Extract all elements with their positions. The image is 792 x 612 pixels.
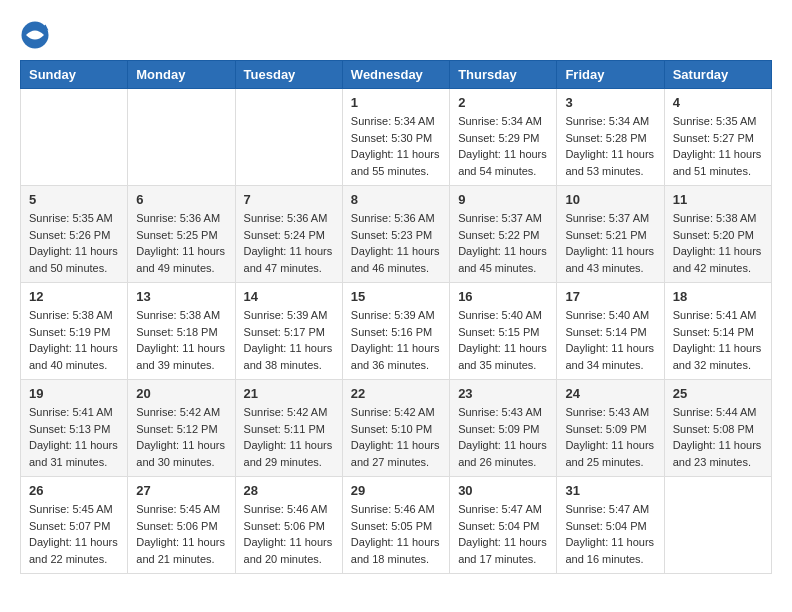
calendar-cell: 13Sunrise: 5:38 AM Sunset: 5:18 PM Dayli… [128, 283, 235, 380]
day-number: 29 [351, 483, 441, 498]
day-info: Sunrise: 5:41 AM Sunset: 5:14 PM Dayligh… [673, 307, 763, 373]
logo-icon [20, 20, 50, 50]
weekday-header-tuesday: Tuesday [235, 61, 342, 89]
calendar-cell: 29Sunrise: 5:46 AM Sunset: 5:05 PM Dayli… [342, 477, 449, 574]
calendar-week-4: 19Sunrise: 5:41 AM Sunset: 5:13 PM Dayli… [21, 380, 772, 477]
calendar-cell [128, 89, 235, 186]
calendar-cell [235, 89, 342, 186]
calendar-week-2: 5Sunrise: 5:35 AM Sunset: 5:26 PM Daylig… [21, 186, 772, 283]
weekday-header-sunday: Sunday [21, 61, 128, 89]
day-number: 5 [29, 192, 119, 207]
day-number: 1 [351, 95, 441, 110]
day-info: Sunrise: 5:47 AM Sunset: 5:04 PM Dayligh… [458, 501, 548, 567]
day-number: 18 [673, 289, 763, 304]
weekday-header-friday: Friday [557, 61, 664, 89]
day-info: Sunrise: 5:39 AM Sunset: 5:16 PM Dayligh… [351, 307, 441, 373]
day-info: Sunrise: 5:40 AM Sunset: 5:15 PM Dayligh… [458, 307, 548, 373]
calendar-week-5: 26Sunrise: 5:45 AM Sunset: 5:07 PM Dayli… [21, 477, 772, 574]
weekday-header-saturday: Saturday [664, 61, 771, 89]
calendar-cell: 21Sunrise: 5:42 AM Sunset: 5:11 PM Dayli… [235, 380, 342, 477]
calendar-table: SundayMondayTuesdayWednesdayThursdayFrid… [20, 60, 772, 574]
day-number: 21 [244, 386, 334, 401]
calendar-cell: 7Sunrise: 5:36 AM Sunset: 5:24 PM Daylig… [235, 186, 342, 283]
calendar-cell: 25Sunrise: 5:44 AM Sunset: 5:08 PM Dayli… [664, 380, 771, 477]
day-info: Sunrise: 5:40 AM Sunset: 5:14 PM Dayligh… [565, 307, 655, 373]
calendar-cell: 1Sunrise: 5:34 AM Sunset: 5:30 PM Daylig… [342, 89, 449, 186]
day-number: 13 [136, 289, 226, 304]
calendar-cell: 28Sunrise: 5:46 AM Sunset: 5:06 PM Dayli… [235, 477, 342, 574]
day-number: 24 [565, 386, 655, 401]
day-info: Sunrise: 5:43 AM Sunset: 5:09 PM Dayligh… [565, 404, 655, 470]
day-number: 30 [458, 483, 548, 498]
calendar-cell: 8Sunrise: 5:36 AM Sunset: 5:23 PM Daylig… [342, 186, 449, 283]
day-number: 8 [351, 192, 441, 207]
day-number: 20 [136, 386, 226, 401]
day-number: 23 [458, 386, 548, 401]
day-info: Sunrise: 5:39 AM Sunset: 5:17 PM Dayligh… [244, 307, 334, 373]
calendar-cell: 5Sunrise: 5:35 AM Sunset: 5:26 PM Daylig… [21, 186, 128, 283]
day-number: 27 [136, 483, 226, 498]
calendar-cell: 26Sunrise: 5:45 AM Sunset: 5:07 PM Dayli… [21, 477, 128, 574]
calendar-cell: 11Sunrise: 5:38 AM Sunset: 5:20 PM Dayli… [664, 186, 771, 283]
day-info: Sunrise: 5:45 AM Sunset: 5:06 PM Dayligh… [136, 501, 226, 567]
calendar-cell: 24Sunrise: 5:43 AM Sunset: 5:09 PM Dayli… [557, 380, 664, 477]
day-info: Sunrise: 5:42 AM Sunset: 5:12 PM Dayligh… [136, 404, 226, 470]
day-number: 25 [673, 386, 763, 401]
day-info: Sunrise: 5:36 AM Sunset: 5:25 PM Dayligh… [136, 210, 226, 276]
calendar-cell: 4Sunrise: 5:35 AM Sunset: 5:27 PM Daylig… [664, 89, 771, 186]
day-number: 22 [351, 386, 441, 401]
day-number: 7 [244, 192, 334, 207]
logo [20, 20, 56, 50]
day-number: 26 [29, 483, 119, 498]
weekday-header-row: SundayMondayTuesdayWednesdayThursdayFrid… [21, 61, 772, 89]
calendar-cell: 31Sunrise: 5:47 AM Sunset: 5:04 PM Dayli… [557, 477, 664, 574]
day-number: 4 [673, 95, 763, 110]
day-info: Sunrise: 5:36 AM Sunset: 5:23 PM Dayligh… [351, 210, 441, 276]
calendar-cell: 6Sunrise: 5:36 AM Sunset: 5:25 PM Daylig… [128, 186, 235, 283]
day-info: Sunrise: 5:38 AM Sunset: 5:20 PM Dayligh… [673, 210, 763, 276]
day-info: Sunrise: 5:45 AM Sunset: 5:07 PM Dayligh… [29, 501, 119, 567]
calendar-cell: 27Sunrise: 5:45 AM Sunset: 5:06 PM Dayli… [128, 477, 235, 574]
calendar-cell [664, 477, 771, 574]
day-info: Sunrise: 5:42 AM Sunset: 5:11 PM Dayligh… [244, 404, 334, 470]
calendar-cell: 23Sunrise: 5:43 AM Sunset: 5:09 PM Dayli… [450, 380, 557, 477]
day-info: Sunrise: 5:37 AM Sunset: 5:21 PM Dayligh… [565, 210, 655, 276]
calendar-week-3: 12Sunrise: 5:38 AM Sunset: 5:19 PM Dayli… [21, 283, 772, 380]
day-number: 28 [244, 483, 334, 498]
page-header [20, 20, 772, 50]
day-info: Sunrise: 5:47 AM Sunset: 5:04 PM Dayligh… [565, 501, 655, 567]
calendar-cell: 9Sunrise: 5:37 AM Sunset: 5:22 PM Daylig… [450, 186, 557, 283]
day-number: 9 [458, 192, 548, 207]
day-info: Sunrise: 5:44 AM Sunset: 5:08 PM Dayligh… [673, 404, 763, 470]
calendar-cell: 10Sunrise: 5:37 AM Sunset: 5:21 PM Dayli… [557, 186, 664, 283]
day-info: Sunrise: 5:35 AM Sunset: 5:26 PM Dayligh… [29, 210, 119, 276]
day-number: 14 [244, 289, 334, 304]
day-info: Sunrise: 5:34 AM Sunset: 5:30 PM Dayligh… [351, 113, 441, 179]
day-info: Sunrise: 5:46 AM Sunset: 5:05 PM Dayligh… [351, 501, 441, 567]
calendar-cell: 17Sunrise: 5:40 AM Sunset: 5:14 PM Dayli… [557, 283, 664, 380]
day-info: Sunrise: 5:38 AM Sunset: 5:19 PM Dayligh… [29, 307, 119, 373]
day-info: Sunrise: 5:38 AM Sunset: 5:18 PM Dayligh… [136, 307, 226, 373]
day-number: 2 [458, 95, 548, 110]
calendar-cell: 20Sunrise: 5:42 AM Sunset: 5:12 PM Dayli… [128, 380, 235, 477]
day-number: 17 [565, 289, 655, 304]
day-number: 31 [565, 483, 655, 498]
day-info: Sunrise: 5:41 AM Sunset: 5:13 PM Dayligh… [29, 404, 119, 470]
day-info: Sunrise: 5:42 AM Sunset: 5:10 PM Dayligh… [351, 404, 441, 470]
calendar-cell: 2Sunrise: 5:34 AM Sunset: 5:29 PM Daylig… [450, 89, 557, 186]
day-info: Sunrise: 5:46 AM Sunset: 5:06 PM Dayligh… [244, 501, 334, 567]
day-info: Sunrise: 5:37 AM Sunset: 5:22 PM Dayligh… [458, 210, 548, 276]
calendar-cell: 15Sunrise: 5:39 AM Sunset: 5:16 PM Dayli… [342, 283, 449, 380]
day-number: 16 [458, 289, 548, 304]
day-info: Sunrise: 5:34 AM Sunset: 5:29 PM Dayligh… [458, 113, 548, 179]
calendar-cell: 19Sunrise: 5:41 AM Sunset: 5:13 PM Dayli… [21, 380, 128, 477]
calendar-cell: 12Sunrise: 5:38 AM Sunset: 5:19 PM Dayli… [21, 283, 128, 380]
day-number: 10 [565, 192, 655, 207]
calendar-cell: 3Sunrise: 5:34 AM Sunset: 5:28 PM Daylig… [557, 89, 664, 186]
day-number: 19 [29, 386, 119, 401]
weekday-header-wednesday: Wednesday [342, 61, 449, 89]
calendar-cell: 14Sunrise: 5:39 AM Sunset: 5:17 PM Dayli… [235, 283, 342, 380]
day-number: 12 [29, 289, 119, 304]
calendar-cell: 18Sunrise: 5:41 AM Sunset: 5:14 PM Dayli… [664, 283, 771, 380]
calendar-cell: 22Sunrise: 5:42 AM Sunset: 5:10 PM Dayli… [342, 380, 449, 477]
